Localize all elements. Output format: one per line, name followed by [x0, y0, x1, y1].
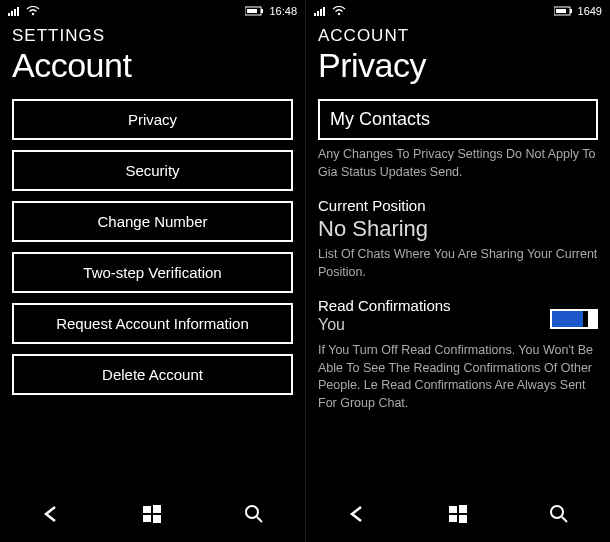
privacy-content: My Contacts Any Changes To Privacy Setti…: [306, 93, 610, 486]
back-icon: [346, 503, 368, 525]
svg-point-18: [338, 13, 340, 15]
contacts-select[interactable]: My Contacts: [318, 99, 598, 140]
security-button[interactable]: Security: [12, 150, 293, 191]
svg-rect-6: [261, 9, 263, 13]
status-bar: 16:48: [0, 0, 305, 22]
svg-rect-25: [459, 515, 467, 523]
svg-rect-8: [143, 506, 151, 513]
privacy-button[interactable]: Privacy: [12, 99, 293, 140]
nav-bar: [306, 486, 610, 542]
account-menu: Privacy Security Change Number Two-step …: [0, 93, 305, 486]
svg-rect-23: [459, 505, 467, 513]
status-time: 1649: [578, 5, 602, 17]
svg-rect-14: [314, 13, 316, 16]
home-button[interactable]: [132, 494, 172, 534]
breadcrumb: SETTINGS: [0, 22, 305, 46]
svg-rect-2: [14, 9, 16, 16]
back-button[interactable]: [31, 494, 71, 534]
read-confirmations-toggle[interactable]: [550, 309, 598, 329]
search-button[interactable]: [539, 494, 579, 534]
svg-line-27: [562, 517, 567, 522]
svg-rect-10: [143, 515, 151, 522]
svg-line-13: [257, 517, 262, 522]
svg-rect-1: [11, 11, 13, 16]
battery-icon: [245, 6, 265, 16]
current-position-value[interactable]: No Sharing: [318, 216, 598, 242]
back-icon: [40, 503, 62, 525]
svg-rect-17: [323, 7, 325, 16]
read-confirmations-value: You: [318, 316, 550, 334]
search-button[interactable]: [234, 494, 274, 534]
current-position-hint: List Of Chats Where You Are Sharing Your…: [318, 246, 598, 281]
delete-account-button[interactable]: Delete Account: [12, 354, 293, 395]
svg-rect-0: [8, 13, 10, 16]
screen-settings-account: 16:48 SETTINGS Account Privacy Security …: [0, 0, 305, 542]
screen-privacy: 1649 ACCOUNT Privacy My Contacts Any Cha…: [305, 0, 610, 542]
svg-point-4: [32, 13, 34, 15]
battery-icon: [554, 6, 574, 16]
windows-icon: [448, 504, 468, 524]
search-icon: [549, 504, 569, 524]
search-icon: [244, 504, 264, 524]
svg-point-12: [246, 506, 258, 518]
signal-icon: [314, 6, 328, 16]
change-number-button[interactable]: Change Number: [12, 201, 293, 242]
nav-bar: [0, 486, 305, 542]
signal-icon: [8, 6, 22, 16]
two-step-verification-button[interactable]: Two-step Verification: [12, 252, 293, 293]
wifi-icon: [332, 6, 346, 16]
svg-rect-9: [153, 505, 161, 513]
page-title: Privacy: [306, 46, 610, 93]
read-confirmations-hint: If You Turn Off Read Confirmations. You …: [318, 342, 598, 412]
svg-rect-11: [153, 515, 161, 523]
svg-rect-21: [556, 9, 566, 13]
request-account-info-button[interactable]: Request Account Information: [12, 303, 293, 344]
svg-rect-15: [317, 11, 319, 16]
back-button[interactable]: [337, 494, 377, 534]
svg-rect-16: [320, 9, 322, 16]
svg-rect-20: [570, 9, 572, 13]
status-bar: 1649: [306, 0, 610, 22]
breadcrumb: ACCOUNT: [306, 22, 610, 46]
wifi-icon: [26, 6, 40, 16]
home-button[interactable]: [438, 494, 478, 534]
page-title: Account: [0, 46, 305, 93]
contacts-hint: Any Changes To Privacy Settings Do Not A…: [318, 146, 598, 181]
svg-rect-22: [449, 506, 457, 513]
svg-rect-24: [449, 515, 457, 522]
svg-rect-3: [17, 7, 19, 16]
svg-rect-7: [247, 9, 257, 13]
windows-icon: [142, 504, 162, 524]
svg-point-26: [551, 506, 563, 518]
read-confirmations-label: Read Confirmations: [318, 297, 550, 314]
current-position-label: Current Position: [318, 197, 598, 214]
status-time: 16:48: [269, 5, 297, 17]
